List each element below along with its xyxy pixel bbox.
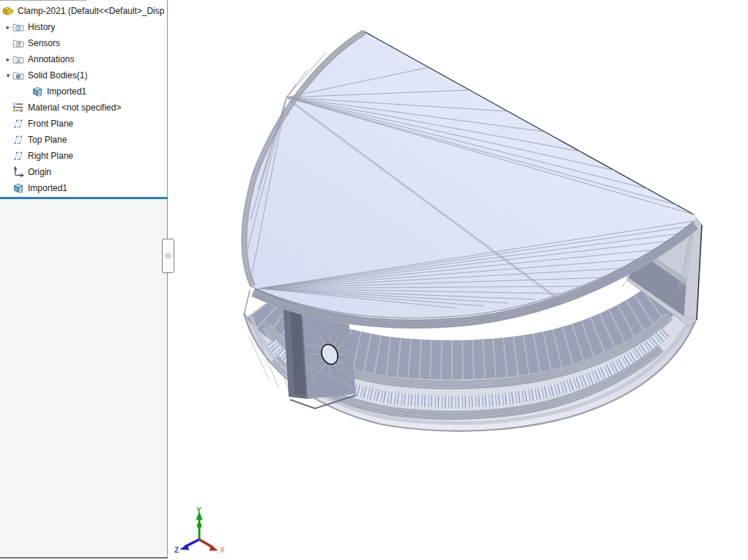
chevron-right-icon[interactable]: ▸ — [4, 19, 12, 35]
chevron-down-icon[interactable]: ▾ — [4, 67, 12, 83]
panel-splitter-handle[interactable] — [162, 239, 174, 273]
rollback-bar[interactable] — [0, 197, 168, 199]
tree-item-origin[interactable]: Origin — [0, 164, 167, 180]
triad-x-label: X — [220, 546, 225, 554]
feature-manager-panel: Clamp-2021 (Default<<Default>_Disp ▸Hist… — [0, 0, 168, 559]
plane-icon — [12, 134, 24, 146]
tree-item-right-plane[interactable]: Right Plane — [0, 148, 167, 164]
panel-top-edge — [0, 0, 86, 1]
origin-icon — [12, 166, 24, 178]
tree-item-label: Top Plane — [28, 135, 67, 145]
tree-item-annotations[interactable]: ▸AAnnotations — [0, 51, 167, 67]
tree-root-item[interactable]: Clamp-2021 (Default<<Default>_Disp — [0, 3, 167, 19]
material-icon — [12, 102, 24, 113]
tree-item-imported1[interactable]: Imported1 — [0, 83, 167, 100]
tree-item-label: Imported1 — [28, 183, 67, 193]
tree-item-label: History — [28, 22, 55, 32]
triad-z-axis — [179, 540, 199, 550]
tree-item-imported1[interactable]: Imported1 — [0, 180, 167, 196]
tree-item-label: Right Plane — [28, 151, 73, 161]
triad-y-label: Y — [196, 507, 201, 515]
history-folder-icon — [12, 21, 24, 33]
tree-item-history[interactable]: ▸History — [0, 19, 167, 35]
tree-item-solid-bodies-1[interactable]: ▾Solid Bodies(1) — [0, 67, 167, 83]
tree-item-material-not-specified[interactable]: Material <not specified> — [0, 100, 167, 116]
tree-item-label: Sensors — [28, 38, 60, 48]
sensors-folder-icon — [12, 37, 24, 49]
triad-x-axis — [199, 540, 218, 551]
tree-item-label: Origin — [28, 167, 51, 177]
annotations-folder-icon: A — [12, 53, 24, 65]
tree-item-front-plane[interactable]: Front Plane — [0, 116, 167, 132]
plane-icon — [12, 150, 24, 162]
tree-item-top-plane[interactable]: Top Plane — [0, 132, 167, 148]
tree-item-label: Annotations — [28, 54, 74, 64]
solid-bodies-folder-icon — [12, 70, 24, 81]
feature-tree: Clamp-2021 (Default<<Default>_Disp ▸Hist… — [0, 0, 167, 199]
tree-item-label: Front Plane — [28, 119, 73, 129]
tree-item-label: Material <not specified> — [28, 102, 121, 113]
splitter-grip-icon — [166, 253, 171, 258]
part-icon — [2, 5, 14, 17]
tree-items: ▸HistorySensors▸AAnnotations▾Solid Bodie… — [0, 19, 167, 196]
base-left-edge — [244, 290, 250, 315]
tree-item-label: Solid Bodies(1) — [28, 70, 87, 81]
triad-y-axis — [196, 512, 203, 540]
tree-root-label: Clamp-2021 (Default<<Default>_Disp — [18, 6, 164, 16]
imported-body-icon — [32, 86, 43, 97]
triad-z-label: Z — [174, 546, 179, 554]
tree-item-sensors[interactable]: Sensors — [0, 35, 167, 51]
imported-feature-icon — [12, 182, 24, 194]
svg-text:A: A — [17, 59, 20, 63]
chevron-right-icon[interactable]: ▸ — [4, 51, 12, 67]
orientation-triad[interactable]: Y Z X — [174, 507, 225, 554]
plane-icon — [12, 118, 24, 130]
tree-item-label: Imported1 — [47, 86, 86, 97]
